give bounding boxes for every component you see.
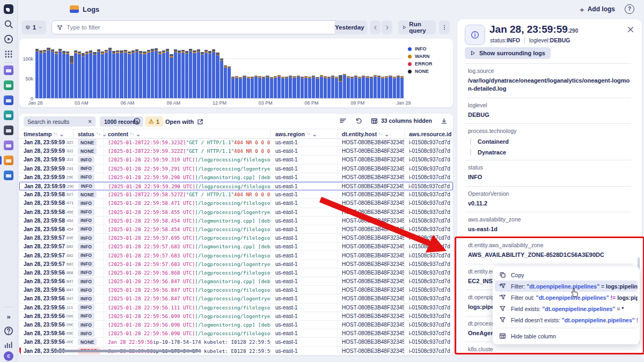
run-query-button[interactable]: Run query [398, 20, 436, 34]
stacked-bar[interactable] [35, 49, 39, 98]
sidebar-item-extensions[interactable] [4, 95, 13, 105]
stacked-bar[interactable] [289, 76, 292, 98]
table-row[interactable]: Jan 28, 23:59:56.868INFO[2025-01-28 22:5… [19, 269, 453, 277]
scope-selector[interactable]: 1 [21, 20, 46, 34]
stacked-bar[interactable] [178, 50, 181, 98]
sidebar-item-apps-grid[interactable] [4, 49, 13, 59]
close-icon[interactable] [627, 26, 634, 33]
open-with-button[interactable]: Open with [165, 116, 203, 127]
table-row[interactable]: Jan 28, 23:59:58.454INFO[2025-01-28 22:5… [19, 225, 453, 234]
stacked-bar[interactable] [301, 77, 304, 98]
stacked-bar[interactable] [370, 77, 373, 98]
stacked-bar[interactable] [335, 77, 338, 98]
stacked-bar[interactable] [208, 51, 211, 98]
sidebar-item-dashboards[interactable] [4, 80, 13, 90]
sidebar-item-logs2[interactable] [4, 171, 13, 180]
stacked-bar[interactable] [197, 49, 200, 98]
column-header-timestamp[interactable]: timestamp↑↓⌄ [19, 129, 73, 138]
table-row[interactable]: Jan 28, 23:59:58.455INFO[2025-01-28 22:5… [19, 208, 453, 217]
stacked-bar[interactable] [170, 54, 173, 98]
stacked-bar[interactable] [151, 49, 154, 98]
stacked-bar[interactable] [389, 76, 392, 99]
table-row[interactable]: Jan 28, 23:59:58.471INFO[2025-01-28 22:5… [19, 199, 453, 208]
sidebar-item-kubernetes[interactable] [4, 110, 13, 120]
stacked-bar[interactable] [243, 76, 246, 98]
stacked-bar[interactable] [112, 51, 115, 98]
stacked-bar[interactable] [228, 67, 231, 98]
field-process.technology[interactable]: process.technologyContainerdDynatrace [465, 124, 631, 160]
table-row[interactable]: Jan 28, 23:59:56.090INFO[2025-01-28 22:5… [19, 329, 453, 338]
stacked-bar[interactable] [266, 76, 269, 98]
column-header-dt.entity.host[interactable]: dt.entity.host↑↓⌄ [337, 129, 404, 138]
stacked-bar[interactable] [116, 50, 119, 98]
stacked-bar[interactable] [339, 75, 342, 98]
legend-item[interactable]: WARN [408, 53, 433, 60]
stacked-bar[interactable] [124, 50, 127, 98]
stacked-bar[interactable] [166, 49, 169, 98]
horizontal-scrollbar[interactable] [55, 350, 201, 352]
stacked-bar[interactable] [105, 50, 108, 98]
sidebar-item-notebooks[interactable] [4, 141, 13, 150]
stacked-bar[interactable] [128, 51, 131, 98]
row-density-icon[interactable] [339, 117, 347, 124]
stacked-bar[interactable] [135, 49, 138, 98]
stacked-bar[interactable] [47, 48, 50, 98]
stacked-bar[interactable] [297, 76, 300, 99]
field-loglevel[interactable]: loglevelDEBUG [465, 98, 631, 124]
table-row[interactable]: Jan 28, 23:59:59.319INFO[2025-01-28 22:5… [19, 156, 453, 164]
stacked-bar[interactable] [193, 50, 196, 98]
table-row[interactable]: Jan 28, 23:59:57.695INFO[2025-01-28 22:5… [19, 234, 453, 242]
stacked-bar[interactable] [139, 51, 142, 98]
table-row[interactable]: Jan 28, 23:59:56.847INFO[2025-01-28 22:5… [19, 294, 453, 303]
stacked-bar[interactable] [189, 49, 192, 98]
stacked-bar[interactable] [231, 77, 235, 98]
stacked-bar[interactable] [155, 48, 158, 98]
stacked-bar[interactable] [258, 76, 261, 98]
user-avatar[interactable]: c [4, 351, 13, 361]
stacked-bar[interactable] [93, 52, 96, 98]
stacked-bar[interactable] [120, 50, 123, 98]
stacked-bar[interactable] [281, 77, 284, 98]
stacked-bar[interactable] [66, 51, 69, 98]
help-button[interactable]: ? [625, 4, 634, 14]
stacked-bar[interactable] [143, 51, 146, 98]
table-row[interactable]: Jan 28, 23:59:59.290INFO[2025-01-28 22:5… [19, 182, 453, 190]
query-options-button[interactable] [439, 20, 450, 34]
stacked-bar[interactable] [204, 50, 208, 98]
stacked-bar[interactable] [393, 77, 396, 98]
stacked-bar[interactable] [147, 50, 150, 98]
table-row[interactable]: Jan 28, 23:59:58.527NONE[2025-01-28T22:5… [19, 190, 453, 199]
table-row[interactable]: Jan 28, 23:59:56.111INFO[2025-01-28 22:5… [19, 304, 453, 312]
columns-hidden-button[interactable]: 33 columns hidden [371, 117, 432, 124]
menu-item-copy[interactable]: Copy [495, 269, 638, 280]
table-row[interactable]: Jan 28, 23:59:59.291INFO[2025-01-28 22:5… [19, 165, 453, 173]
stacked-bar[interactable] [70, 56, 73, 98]
table-row[interactable]: Jan 28, 23:59:56.099INFO[2025-01-28 22:5… [19, 312, 453, 321]
stacked-bar[interactable] [220, 58, 223, 98]
stacked-bar[interactable] [262, 77, 265, 98]
table-row[interactable]: Jan 28, 23:59:59.290INFO[2025-01-28 22:5… [19, 173, 453, 182]
menu-item-hide-table-column[interactable]: Hide table column [495, 330, 638, 342]
field-log.source[interactable]: log.source/var/log/dynatrace/oneagent/lo… [465, 63, 631, 98]
download-icon[interactable] [441, 117, 448, 124]
stacked-bar[interactable] [181, 50, 185, 98]
sidebar-item-hosts[interactable] [4, 125, 13, 135]
stacked-bar[interactable] [162, 50, 165, 98]
stacked-bar[interactable] [362, 76, 365, 99]
stacked-bar[interactable] [343, 74, 346, 98]
search-in-results-input[interactable]: Search in results × [24, 116, 96, 127]
menu-item-filter-out[interactable]: Filter out: "dt.openpipeline.pipelines" … [495, 292, 638, 303]
stacked-bar[interactable] [274, 76, 277, 98]
stacked-bar[interactable] [131, 50, 135, 98]
column-header-aws.region[interactable]: aws.region↑↓⌄ [270, 129, 337, 138]
stacked-bar[interactable] [247, 77, 250, 98]
stacked-bar[interactable] [43, 50, 46, 98]
table-row[interactable]: Jan 28, 23:59:56.090INFO[2025-01-28 22:5… [19, 321, 453, 329]
stacked-bar[interactable] [51, 49, 54, 98]
legend-item[interactable]: ERROR [408, 60, 433, 68]
stacked-bar[interactable] [101, 51, 104, 98]
menu-item-field-doesn-t-exists[interactable]: Field doesn't exists: "dt.openpipeline.p… [495, 314, 638, 326]
sidebar-item-smartscape[interactable] [4, 65, 13, 75]
sidebar-item-search[interactable] [4, 19, 13, 29]
table-row[interactable]: Jan 28, 23:59:57.683INFO[2025-01-28 22:5… [19, 242, 453, 251]
